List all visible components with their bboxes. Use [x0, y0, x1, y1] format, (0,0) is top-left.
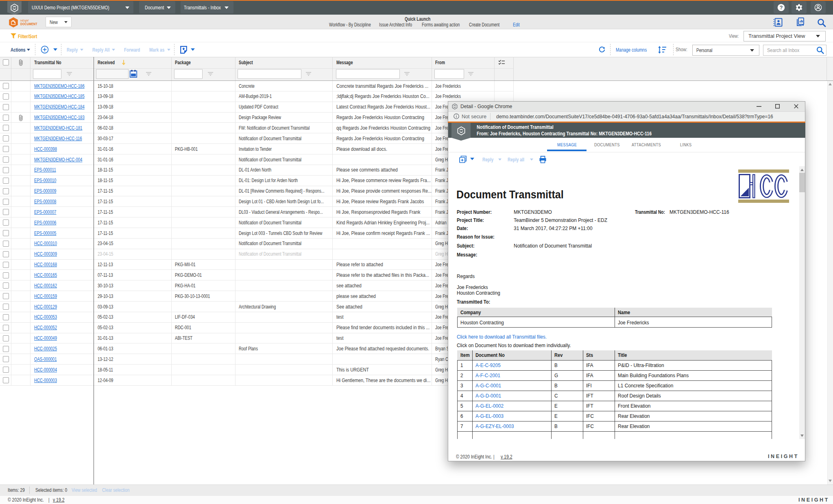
svg-text:?: ?	[780, 5, 783, 11]
